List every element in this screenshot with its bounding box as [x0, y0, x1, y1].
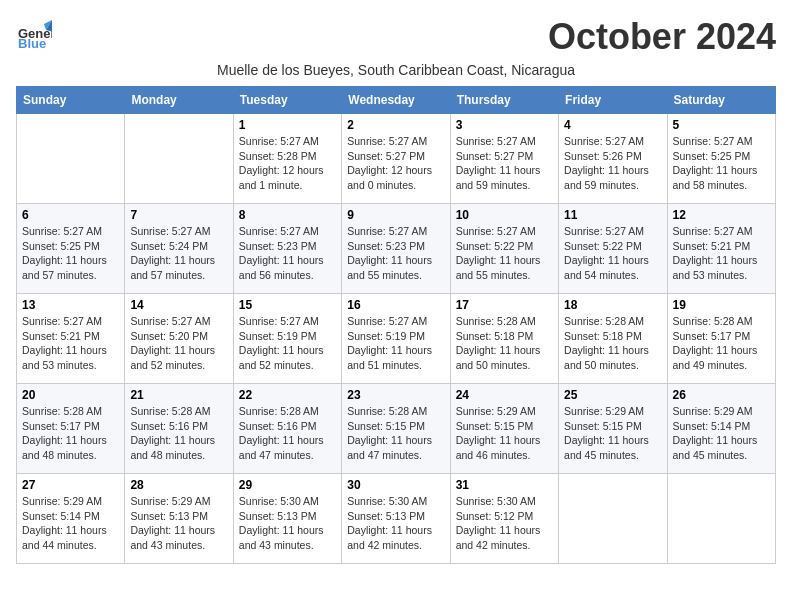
- calendar-cell: 6Sunrise: 5:27 AMSunset: 5:25 PMDaylight…: [17, 204, 125, 294]
- calendar-cell: 17Sunrise: 5:28 AMSunset: 5:18 PMDayligh…: [450, 294, 558, 384]
- day-detail: Sunrise: 5:29 AMSunset: 5:14 PMDaylight:…: [22, 494, 119, 553]
- day-detail: Sunrise: 5:28 AMSunset: 5:17 PMDaylight:…: [673, 314, 770, 373]
- weekday-header-tuesday: Tuesday: [233, 87, 341, 114]
- day-number: 30: [347, 478, 444, 492]
- calendar-week-2: 6Sunrise: 5:27 AMSunset: 5:25 PMDaylight…: [17, 204, 776, 294]
- day-number: 5: [673, 118, 770, 132]
- day-number: 12: [673, 208, 770, 222]
- day-number: 20: [22, 388, 119, 402]
- day-detail: Sunrise: 5:30 AMSunset: 5:13 PMDaylight:…: [239, 494, 336, 553]
- weekday-header-wednesday: Wednesday: [342, 87, 450, 114]
- day-detail: Sunrise: 5:28 AMSunset: 5:18 PMDaylight:…: [564, 314, 661, 373]
- day-detail: Sunrise: 5:27 AMSunset: 5:24 PMDaylight:…: [130, 224, 227, 283]
- weekday-header-monday: Monday: [125, 87, 233, 114]
- logo: General Blue: [16, 16, 52, 52]
- calendar-cell: 23Sunrise: 5:28 AMSunset: 5:15 PMDayligh…: [342, 384, 450, 474]
- calendar-week-5: 27Sunrise: 5:29 AMSunset: 5:14 PMDayligh…: [17, 474, 776, 564]
- day-number: 10: [456, 208, 553, 222]
- calendar-cell: 4Sunrise: 5:27 AMSunset: 5:26 PMDaylight…: [559, 114, 667, 204]
- calendar-cell: 15Sunrise: 5:27 AMSunset: 5:19 PMDayligh…: [233, 294, 341, 384]
- calendar-cell: 2Sunrise: 5:27 AMSunset: 5:27 PMDaylight…: [342, 114, 450, 204]
- day-detail: Sunrise: 5:29 AMSunset: 5:14 PMDaylight:…: [673, 404, 770, 463]
- day-detail: Sunrise: 5:28 AMSunset: 5:16 PMDaylight:…: [239, 404, 336, 463]
- day-number: 28: [130, 478, 227, 492]
- day-number: 14: [130, 298, 227, 312]
- calendar-cell: 28Sunrise: 5:29 AMSunset: 5:13 PMDayligh…: [125, 474, 233, 564]
- day-number: 31: [456, 478, 553, 492]
- day-detail: Sunrise: 5:27 AMSunset: 5:28 PMDaylight:…: [239, 134, 336, 193]
- day-detail: Sunrise: 5:27 AMSunset: 5:21 PMDaylight:…: [673, 224, 770, 283]
- day-detail: Sunrise: 5:27 AMSunset: 5:23 PMDaylight:…: [347, 224, 444, 283]
- calendar-cell: [17, 114, 125, 204]
- day-number: 2: [347, 118, 444, 132]
- calendar-cell: 21Sunrise: 5:28 AMSunset: 5:16 PMDayligh…: [125, 384, 233, 474]
- day-detail: Sunrise: 5:30 AMSunset: 5:12 PMDaylight:…: [456, 494, 553, 553]
- day-detail: Sunrise: 5:27 AMSunset: 5:26 PMDaylight:…: [564, 134, 661, 193]
- day-detail: Sunrise: 5:27 AMSunset: 5:23 PMDaylight:…: [239, 224, 336, 283]
- weekday-header-thursday: Thursday: [450, 87, 558, 114]
- day-detail: Sunrise: 5:28 AMSunset: 5:15 PMDaylight:…: [347, 404, 444, 463]
- svg-text:Blue: Blue: [18, 36, 46, 51]
- calendar-cell: 24Sunrise: 5:29 AMSunset: 5:15 PMDayligh…: [450, 384, 558, 474]
- day-detail: Sunrise: 5:29 AMSunset: 5:15 PMDaylight:…: [456, 404, 553, 463]
- day-number: 17: [456, 298, 553, 312]
- calendar-week-1: 1Sunrise: 5:27 AMSunset: 5:28 PMDaylight…: [17, 114, 776, 204]
- calendar-header-row: SundayMondayTuesdayWednesdayThursdayFrid…: [17, 87, 776, 114]
- day-detail: Sunrise: 5:27 AMSunset: 5:22 PMDaylight:…: [456, 224, 553, 283]
- calendar-cell: 11Sunrise: 5:27 AMSunset: 5:22 PMDayligh…: [559, 204, 667, 294]
- calendar-week-3: 13Sunrise: 5:27 AMSunset: 5:21 PMDayligh…: [17, 294, 776, 384]
- calendar-cell: 29Sunrise: 5:30 AMSunset: 5:13 PMDayligh…: [233, 474, 341, 564]
- calendar-cell: [125, 114, 233, 204]
- month-title: October 2024: [548, 16, 776, 58]
- calendar-cell: 12Sunrise: 5:27 AMSunset: 5:21 PMDayligh…: [667, 204, 775, 294]
- calendar-cell: 14Sunrise: 5:27 AMSunset: 5:20 PMDayligh…: [125, 294, 233, 384]
- calendar-cell: 25Sunrise: 5:29 AMSunset: 5:15 PMDayligh…: [559, 384, 667, 474]
- day-number: 7: [130, 208, 227, 222]
- day-number: 1: [239, 118, 336, 132]
- calendar-cell: 13Sunrise: 5:27 AMSunset: 5:21 PMDayligh…: [17, 294, 125, 384]
- calendar-cell: 18Sunrise: 5:28 AMSunset: 5:18 PMDayligh…: [559, 294, 667, 384]
- weekday-header-friday: Friday: [559, 87, 667, 114]
- day-number: 21: [130, 388, 227, 402]
- calendar-cell: 8Sunrise: 5:27 AMSunset: 5:23 PMDaylight…: [233, 204, 341, 294]
- day-number: 8: [239, 208, 336, 222]
- calendar-cell: 3Sunrise: 5:27 AMSunset: 5:27 PMDaylight…: [450, 114, 558, 204]
- calendar-cell: [559, 474, 667, 564]
- day-number: 9: [347, 208, 444, 222]
- day-detail: Sunrise: 5:28 AMSunset: 5:17 PMDaylight:…: [22, 404, 119, 463]
- day-number: 16: [347, 298, 444, 312]
- day-number: 13: [22, 298, 119, 312]
- day-detail: Sunrise: 5:27 AMSunset: 5:27 PMDaylight:…: [456, 134, 553, 193]
- day-number: 18: [564, 298, 661, 312]
- day-number: 26: [673, 388, 770, 402]
- calendar-cell: 30Sunrise: 5:30 AMSunset: 5:13 PMDayligh…: [342, 474, 450, 564]
- calendar-cell: 5Sunrise: 5:27 AMSunset: 5:25 PMDaylight…: [667, 114, 775, 204]
- day-number: 19: [673, 298, 770, 312]
- day-number: 24: [456, 388, 553, 402]
- day-number: 15: [239, 298, 336, 312]
- day-detail: Sunrise: 5:28 AMSunset: 5:18 PMDaylight:…: [456, 314, 553, 373]
- calendar-cell: 19Sunrise: 5:28 AMSunset: 5:17 PMDayligh…: [667, 294, 775, 384]
- calendar-cell: 10Sunrise: 5:27 AMSunset: 5:22 PMDayligh…: [450, 204, 558, 294]
- calendar-cell: 1Sunrise: 5:27 AMSunset: 5:28 PMDaylight…: [233, 114, 341, 204]
- day-number: 11: [564, 208, 661, 222]
- day-number: 27: [22, 478, 119, 492]
- day-number: 23: [347, 388, 444, 402]
- day-number: 29: [239, 478, 336, 492]
- calendar-table: SundayMondayTuesdayWednesdayThursdayFrid…: [16, 86, 776, 564]
- day-detail: Sunrise: 5:30 AMSunset: 5:13 PMDaylight:…: [347, 494, 444, 553]
- day-number: 25: [564, 388, 661, 402]
- page-header: General Blue October 2024: [16, 16, 776, 58]
- calendar-cell: 9Sunrise: 5:27 AMSunset: 5:23 PMDaylight…: [342, 204, 450, 294]
- day-detail: Sunrise: 5:29 AMSunset: 5:13 PMDaylight:…: [130, 494, 227, 553]
- logo-icon: General Blue: [16, 16, 52, 52]
- day-number: 6: [22, 208, 119, 222]
- day-detail: Sunrise: 5:29 AMSunset: 5:15 PMDaylight:…: [564, 404, 661, 463]
- day-detail: Sunrise: 5:27 AMSunset: 5:21 PMDaylight:…: [22, 314, 119, 373]
- day-detail: Sunrise: 5:27 AMSunset: 5:19 PMDaylight:…: [347, 314, 444, 373]
- day-detail: Sunrise: 5:27 AMSunset: 5:20 PMDaylight:…: [130, 314, 227, 373]
- day-detail: Sunrise: 5:28 AMSunset: 5:16 PMDaylight:…: [130, 404, 227, 463]
- day-detail: Sunrise: 5:27 AMSunset: 5:25 PMDaylight:…: [22, 224, 119, 283]
- day-detail: Sunrise: 5:27 AMSunset: 5:19 PMDaylight:…: [239, 314, 336, 373]
- calendar-cell: 27Sunrise: 5:29 AMSunset: 5:14 PMDayligh…: [17, 474, 125, 564]
